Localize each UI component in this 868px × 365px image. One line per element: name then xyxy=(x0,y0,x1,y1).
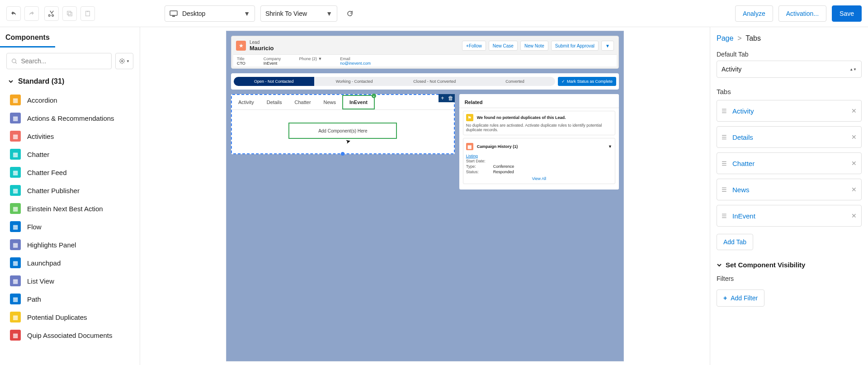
top-toolbar: Desktop ▼ Shrink To View ▼ Analyze Activ… xyxy=(0,0,868,27)
path-step[interactable]: Closed - Not Converted xyxy=(394,77,475,86)
more-actions-button[interactable]: ▼ xyxy=(601,41,614,51)
new-case-button[interactable]: New Case xyxy=(489,41,518,51)
search-input[interactable] xyxy=(21,57,107,65)
activation-button[interactable]: Activation... xyxy=(778,5,826,22)
remove-tab-button[interactable]: ✕ xyxy=(851,133,857,141)
inspector-panel: Page > Tabs Default Tab Activity ▲▼ Tabs… xyxy=(710,27,868,365)
new-note-button[interactable]: New Note xyxy=(520,41,548,51)
component-icon: ▦ xyxy=(10,185,21,196)
standard-section-header[interactable]: Standard (31) xyxy=(0,73,140,90)
component-item[interactable]: ▦Quip Associated Documents xyxy=(0,326,140,344)
default-tab-label: Default Tab xyxy=(717,51,862,58)
tab-activity[interactable]: Activity xyxy=(232,96,260,109)
tab-tile[interactable]: ☰InEvent✕ xyxy=(717,205,862,227)
component-icon: ▦ xyxy=(10,257,21,268)
analyze-button[interactable]: Analyze xyxy=(735,5,773,22)
tabs-section-label: Tabs xyxy=(717,88,862,95)
zoom-select[interactable]: Shrink To View ▼ xyxy=(260,5,337,22)
default-tab-select[interactable]: Activity ▲▼ xyxy=(717,61,862,78)
dup-body-text: No duplicate rules are activated. Activa… xyxy=(466,123,612,132)
submit-approval-button[interactable]: Submit for Approval xyxy=(551,41,599,51)
undo-button[interactable] xyxy=(6,6,21,21)
svg-point-6 xyxy=(12,59,16,62)
component-item[interactable]: ▦Activities xyxy=(0,127,140,145)
component-item[interactable]: ▦Chatter xyxy=(0,145,140,163)
component-item[interactable]: ▦Path xyxy=(0,290,140,308)
drop-zone[interactable]: Add Component(s) Here xyxy=(288,123,397,139)
add-filter-button[interactable]: + Add Filter xyxy=(717,289,764,307)
visibility-section-header[interactable]: Set Component Visibility xyxy=(717,261,862,269)
component-item[interactable]: ▦Chatter Feed xyxy=(0,163,140,181)
chevron-down-icon xyxy=(717,262,722,268)
breadcrumb-page-link[interactable]: Page xyxy=(717,34,733,42)
search-input-wrap xyxy=(6,53,112,69)
drag-handle-icon[interactable]: ☰ xyxy=(722,134,727,141)
tab-inevent[interactable]: InEvent• xyxy=(342,95,375,109)
tab-tile[interactable]: ☰News✕ xyxy=(717,179,862,200)
path-step[interactable]: Working - Contacted xyxy=(314,77,395,86)
path-step[interactable]: Converted xyxy=(475,77,555,86)
mark-complete-button[interactable]: ✓ Mark Status as Complete xyxy=(558,77,616,86)
follow-button[interactable]: + Follow xyxy=(462,41,486,51)
remove-tab-button[interactable]: ✕ xyxy=(851,212,857,219)
remove-tab-button[interactable]: ✕ xyxy=(851,160,857,167)
highlights-panel-preview[interactable]: ★ Lead Mauricio + Follow New Case New No… xyxy=(231,36,619,69)
cut-button[interactable] xyxy=(44,6,59,21)
tab-tile[interactable]: ☰Activity✕ xyxy=(717,100,862,122)
settings-dropdown[interactable]: ▼ xyxy=(115,53,133,69)
component-item[interactable]: ▦Chatter Publisher xyxy=(0,181,140,199)
component-item[interactable]: ▦List View xyxy=(0,272,140,290)
object-label: Lead xyxy=(250,40,458,45)
remove-tab-button[interactable]: ✕ xyxy=(851,186,857,193)
paste-button[interactable] xyxy=(80,6,95,21)
components-panel: Components ▼ Standard (31) ▦Accordion▦Ac… xyxy=(0,27,140,365)
campaign-menu[interactable]: ▼ xyxy=(608,144,612,149)
path-preview[interactable]: Open - Not Contacted Working - Contacted… xyxy=(231,73,619,90)
filters-label: Filters xyxy=(717,275,862,282)
component-icon: ▦ xyxy=(10,131,21,142)
redo-button[interactable] xyxy=(24,6,39,21)
component-item[interactable]: ▦Actions & Recommendations xyxy=(0,109,140,127)
delete-region-button[interactable]: 🗑 xyxy=(447,94,455,102)
related-tab[interactable]: Related xyxy=(459,97,619,108)
component-item[interactable]: ▦Einstein Next Best Action xyxy=(0,199,140,218)
drag-handle-icon[interactable]: ☰ xyxy=(722,213,727,219)
svg-rect-5 xyxy=(172,16,175,17)
component-icon: ▦ xyxy=(10,239,21,250)
listing-link[interactable]: Listing xyxy=(466,154,612,158)
component-item[interactable]: ▦Launchpad xyxy=(0,254,140,272)
copy-button[interactable] xyxy=(62,6,77,21)
drag-handle-icon[interactable]: ☰ xyxy=(722,160,727,167)
component-item[interactable]: ▦Flow xyxy=(0,218,140,236)
component-item[interactable]: ▦Potential Duplicates xyxy=(0,308,140,326)
tabs-component[interactable]: Activity Details Chatter News InEvent• +… xyxy=(231,94,455,154)
component-icon: ▦ xyxy=(10,330,21,341)
svg-rect-4 xyxy=(170,11,177,15)
drag-handle-icon[interactable]: ☰ xyxy=(722,186,727,193)
tab-news[interactable]: News xyxy=(317,96,343,109)
component-item[interactable]: ▦Accordion xyxy=(0,91,140,109)
component-icon: ▦ xyxy=(10,203,21,214)
remove-tab-button[interactable]: ✕ xyxy=(851,107,857,114)
related-list-preview[interactable]: Related ⚑We found no potential duplicate… xyxy=(459,94,619,190)
component-item[interactable]: ▦Highlights Panel xyxy=(0,236,140,254)
add-tab-button[interactable]: Add Tab xyxy=(717,234,753,250)
canvas-area: ★ Lead Mauricio + Follow New Case New No… xyxy=(140,27,710,365)
path-step[interactable]: Open - Not Contacted xyxy=(234,77,314,86)
campaign-icon: ▦ xyxy=(466,143,473,150)
tab-chatter[interactable]: Chatter xyxy=(288,96,317,109)
tab-details[interactable]: Details xyxy=(260,96,288,109)
svg-rect-0 xyxy=(67,11,71,14)
gear-icon xyxy=(119,58,125,64)
component-icon: ▦ xyxy=(10,275,21,286)
add-region-button[interactable]: + xyxy=(439,94,447,102)
component-icon: ▦ xyxy=(10,95,21,105)
refresh-button[interactable] xyxy=(343,6,357,21)
drag-handle-icon[interactable]: ☰ xyxy=(722,108,727,114)
tab-tile[interactable]: ☰Chatter✕ xyxy=(717,152,862,174)
tab-tile[interactable]: ☰Details✕ xyxy=(717,126,862,148)
device-select[interactable]: Desktop ▼ xyxy=(165,5,255,22)
components-tab[interactable]: Components xyxy=(0,33,55,47)
save-button[interactable]: Save xyxy=(832,5,862,22)
view-all-link[interactable]: View All xyxy=(466,175,612,181)
